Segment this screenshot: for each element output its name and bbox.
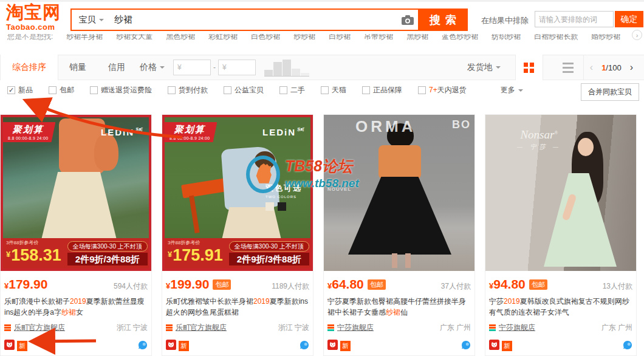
related-term[interactable]: 白纱裙 (329, 34, 351, 41)
shop-link[interactable]: 乐町官方旗舰店 (14, 323, 65, 333)
related-term[interactable]: 纱纱裙 (293, 34, 315, 41)
filter-checkbox[interactable]: 货到付款 (168, 85, 208, 95)
shop-link[interactable]: 乐町官方旗舰店 (176, 323, 227, 333)
photo-shape (379, 145, 421, 179)
filter-checkbox[interactable]: 二手 (279, 85, 305, 95)
checkbox-icon[interactable] (418, 86, 426, 94)
checkbox-checked-icon[interactable]: ✓ (7, 86, 15, 94)
related-term[interactable]: 吊带纱裙 (364, 34, 393, 41)
photo-shape (578, 138, 594, 156)
price: ¥94.80 (489, 277, 526, 292)
price: ¥179.90 (4, 277, 47, 292)
related-term[interactable]: 白色纱裙 (251, 34, 280, 41)
related-term[interactable]: 黑纱裙 (406, 34, 428, 41)
tab-sort-default[interactable]: 综合排序 (0, 55, 58, 80)
badge-row: 新 (489, 340, 632, 352)
promo-name: 聚划算 (8, 124, 48, 135)
related-term[interactable]: 白褶纱裙长款 (534, 34, 578, 41)
photo-shape (255, 151, 275, 169)
product-image[interactable]: Nonsar®— 宁莎 — (485, 115, 636, 271)
shop-link[interactable]: 宁莎旗舰店 (337, 323, 374, 333)
price-row: ¥179.90 594人付款 (4, 277, 148, 292)
search-button[interactable]: 搜索 (418, 10, 467, 30)
related-term[interactable]: 婚纱纱裙 (591, 34, 620, 41)
pay-count: 37人付款 (441, 281, 471, 292)
grid-view-button[interactable] (515, 55, 543, 80)
promo-discount-banner: 2件9折/3件88折 (229, 253, 309, 265)
checkbox-icon[interactable] (224, 86, 231, 94)
chevron-down-icon (160, 66, 165, 71)
tab-sort-price[interactable]: 价格 (140, 62, 165, 73)
related-next-button[interactable]: › (632, 30, 642, 40)
list-view-button[interactable] (554, 55, 582, 80)
checkbox-icon[interactable] (279, 86, 287, 94)
confirm-button[interactable]: 确定 (615, 11, 643, 27)
more-filters-dropdown[interactable]: 更多 (501, 85, 523, 95)
product-card[interactable]: ORMABONOUVEL ¥64.80 包邮37人付款 宁莎夏季新款包臀裙高腰牛… (323, 114, 475, 356)
filter-label: 货到付款 (179, 85, 208, 95)
product-title[interactable]: 乐町优雅褶皱中长款半身裙2019夏季新款ins超火的网纱鱼尾蛋糕裙 (166, 296, 309, 318)
filter-checkbox[interactable]: 正品保障 (362, 85, 402, 95)
image-search-camera-icon[interactable] (397, 10, 418, 30)
next-page-button[interactable]: › (630, 62, 633, 73)
shop-link[interactable]: 宁莎旗舰店 (499, 323, 535, 333)
brand-logo: Nonsar®— 宁莎 — (517, 128, 561, 151)
filter-checkbox[interactable]: 天猫 (321, 85, 346, 95)
checkbox-icon[interactable] (90, 86, 98, 94)
wangwang-chat-icon[interactable] (138, 340, 148, 352)
related-term[interactable]: 纱裙半身裙 (66, 34, 103, 41)
wangwang-chat-icon[interactable] (300, 340, 309, 352)
wangwang-chat-icon[interactable] (461, 340, 471, 352)
yuan-symbol: ¥ (177, 63, 182, 72)
related-term[interactable]: 纺织纱裙 (492, 34, 521, 41)
ship-from-dropdown[interactable]: 发货地 (467, 62, 501, 73)
product-card[interactable]: 聚划算8.8 00:00-8.9 24:00LEDiN乐町3件88折参考价¥15… (0, 114, 152, 356)
price-row: ¥199.90 包邮1189人付款 (166, 277, 309, 292)
product-card[interactable]: Nonsar®— 宁莎 — ¥94.80 包邮13人付款 宁莎2019夏韩版改良… (485, 114, 637, 356)
checkbox-icon[interactable] (362, 86, 370, 94)
tab-sort-sales[interactable]: 销量 (58, 62, 97, 73)
photo-shape (392, 253, 397, 268)
promo-dates: 8.8 00:00-8.9 24:00 (170, 136, 210, 140)
promo-dates: 8.8 00:00-8.9 24:00 (8, 136, 48, 140)
checkbox-icon[interactable] (168, 86, 176, 94)
color-swatch (265, 202, 274, 211)
price-distribution-histogram[interactable] (264, 58, 309, 77)
filter-label: 二手 (290, 85, 305, 95)
search-category-dropdown[interactable]: 宝贝 (72, 10, 111, 30)
filter-checkbox[interactable]: 公益宝贝 (224, 85, 264, 95)
promo-price-strip: 3件88折参考价¥175.91全场每满300-30 上不封顶2件9折/3件88折 (165, 238, 310, 269)
product-image[interactable]: 聚划算8.8 00:00-8.9 24:00LEDiN乐町3件88折参考价¥17… (162, 115, 313, 271)
related-term[interactable]: 纱裙女大童 (116, 34, 152, 41)
exclude-input[interactable] (535, 11, 614, 27)
wangwang-chat-icon[interactable] (623, 340, 632, 352)
product-title[interactable]: 宁莎夏季新款包臀裙高腰牛仔蕾丝拼接半身裙中长裙子女垂感纱裙仙 (327, 296, 471, 318)
filter-checkbox[interactable]: ✓新品 (7, 85, 33, 95)
related-term[interactable]: 黑色纱裙 (166, 34, 195, 41)
prev-page-button[interactable]: ‹ (590, 62, 593, 73)
related-searches-row: 您是不是想找: 纱裙半身裙纱裙女大童黑色纱裙彩虹纱裙白色纱裙纱纱裙白纱裙吊带纱裙… (7, 34, 627, 41)
search-category-label: 宝贝 (79, 15, 96, 26)
filter-checkbox[interactable]: 包邮 (49, 85, 74, 95)
tab-sort-credit[interactable]: 信用 (97, 62, 136, 73)
related-term[interactable]: 彩虹纱裙 (208, 34, 238, 41)
location: 浙江 宁波 (117, 323, 148, 333)
related-term[interactable]: 蓝色纱纱裙 (442, 34, 478, 41)
location: 广东 广州 (440, 323, 471, 333)
seller-rating-icon (166, 324, 173, 331)
checkbox-icon[interactable] (321, 86, 329, 94)
taobao-logo[interactable]: 淘宝网 Taobao.com (6, 4, 61, 31)
search-input[interactable] (111, 10, 397, 30)
filter-checkbox[interactable]: 赠送退货运费险 (90, 85, 152, 95)
filter-checkbox[interactable]: 7+天内退货 (418, 85, 467, 95)
merge-same-items-button[interactable]: 合并同款宝贝 (581, 83, 639, 101)
product-title[interactable]: 宁莎2019夏韩版改良式旗袍复古不规则网纱有气质的连衣裙子女洋气 (489, 296, 632, 318)
product-title[interactable]: 乐町浪漫中长款裙子2019夏季新款蕾丝显瘦ins超火的半身a字纱裙女 (4, 296, 148, 318)
price-min-input[interactable] (183, 63, 207, 72)
scene-text: BO (452, 118, 471, 131)
product-image[interactable]: 聚划算8.8 00:00-8.9 24:00LEDiN乐町3件88折参考价¥15… (1, 115, 151, 271)
product-image[interactable]: ORMABONOUVEL (324, 115, 474, 271)
checkbox-icon[interactable] (49, 86, 57, 94)
price-max-input[interactable] (228, 63, 252, 72)
product-card[interactable]: 聚划算8.8 00:00-8.9 24:00LEDiN乐町3件88折参考价¥17… (162, 114, 313, 356)
